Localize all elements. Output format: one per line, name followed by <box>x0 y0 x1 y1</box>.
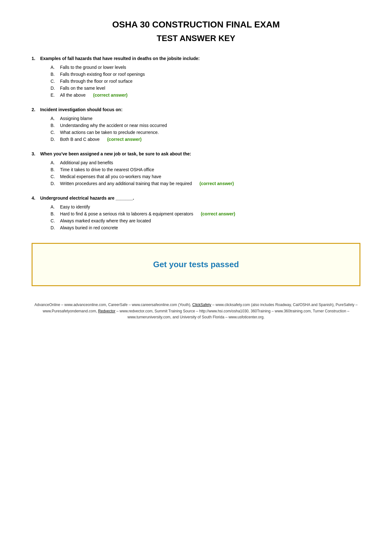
answer-3c-letter: C. <box>51 174 57 179</box>
answer-2d-text: Both B and C above <box>60 137 100 142</box>
answer-1e-correct: (correct answer) <box>93 93 128 98</box>
clicksafety-link[interactable]: ClickSafety <box>192 303 211 307</box>
answer-4c-text: Always marked exactly where they are loc… <box>60 218 151 223</box>
question-3-answers: A. Additional pay and benefits B. Time i… <box>51 160 360 186</box>
answer-1e: E. All the above (correct answer) <box>51 93 360 98</box>
answer-1d-text: Falls on the same level <box>60 86 105 91</box>
answer-2d: D. Both B and C above (correct answer) <box>51 137 360 142</box>
answer-4d-letter: D. <box>51 225 57 230</box>
answer-4d-text: Always buried in red concrete <box>60 225 118 230</box>
answer-1c-letter: C. <box>51 79 57 84</box>
question-1: 1. Examples of fall hazards that have re… <box>32 56 360 98</box>
answer-3a: A. Additional pay and benefits <box>51 160 360 165</box>
question-2-answers: A. Assigning blame B. Understanding why … <box>51 116 360 142</box>
question-1-label: Examples of fall hazards that have resul… <box>40 56 200 61</box>
answer-2b-text: Understanding why the accident or near m… <box>60 123 167 128</box>
answer-3c: C. Medical expenses that all you co-work… <box>51 174 360 179</box>
answer-3a-text: Additional pay and benefits <box>60 160 113 165</box>
question-1-text: 1. Examples of fall hazards that have re… <box>32 56 360 61</box>
question-2: 2. Incident investigation should focus o… <box>32 107 360 142</box>
answer-3d-correct: (correct answer) <box>200 181 234 186</box>
answer-2d-correct: (correct answer) <box>107 137 142 142</box>
answer-1c: C. Falls through the floor or roof surfa… <box>51 79 360 84</box>
answer-1b: B. Falls through existing floor or roof … <box>51 72 360 77</box>
answer-2c: C. What actions can be taken to preclude… <box>51 130 360 135</box>
answer-3d-letter: D. <box>51 181 57 186</box>
question-4-answers: A. Easy to identify B. Hard to find & po… <box>51 204 360 230</box>
answer-2c-letter: C. <box>51 130 57 135</box>
promo-box: Get your tests passed <box>32 243 360 286</box>
answer-1b-letter: B. <box>51 72 57 77</box>
answer-2c-text: What actions can be taken to preclude re… <box>60 130 159 135</box>
answer-2a: A. Assigning blame <box>51 116 360 121</box>
answer-1e-text: All the above <box>60 93 86 98</box>
footer-text: AdvanceOnline – www.advanceonline.com, C… <box>32 302 360 320</box>
question-2-text: 2. Incident investigation should focus o… <box>32 107 360 112</box>
question-4-number: 4. <box>32 196 39 201</box>
answer-1b-text: Falls through existing floor or roof ope… <box>60 72 145 77</box>
answer-2a-text: Assigning blame <box>60 116 93 121</box>
answer-4b: B. Hard to find & pose a serious risk to… <box>51 211 360 216</box>
question-2-number: 2. <box>32 107 39 112</box>
answer-2b: B. Understanding why the accident or nea… <box>51 123 360 128</box>
question-1-answers: A. Falls to the ground or lower levels B… <box>51 65 360 98</box>
promo-text: Get your tests passed <box>45 260 347 269</box>
question-1-number: 1. <box>32 56 39 61</box>
question-4: 4. Underground electrical hazards are __… <box>32 196 360 230</box>
answer-1a-letter: A. <box>51 65 57 70</box>
question-3-label: When you've been assigned a new job or t… <box>40 151 191 156</box>
answer-1c-text: Falls through the floor or roof surface <box>60 79 133 84</box>
answer-4c: C. Always marked exactly where they are … <box>51 218 360 223</box>
question-3-text: 3. When you've been assigned a new job o… <box>32 151 360 156</box>
answer-2b-letter: B. <box>51 123 57 128</box>
answer-1d: D. Falls on the same level <box>51 86 360 91</box>
answer-3b-text: Time it takes to drive to the nearest OS… <box>60 167 154 172</box>
questions-section: 1. Examples of fall hazards that have re… <box>32 56 360 230</box>
footer-section: AdvanceOnline – www.advanceonline.com, C… <box>32 302 360 320</box>
answer-3b: B. Time it takes to drive to the nearest… <box>51 167 360 172</box>
answer-4a: A. Easy to identify <box>51 204 360 209</box>
page-header: OSHA 30 CONSTRUCTION FINAL EXAM TEST ANS… <box>32 19 360 43</box>
answer-4b-letter: B. <box>51 211 57 216</box>
answer-4a-text: Easy to identify <box>60 204 90 209</box>
answer-1a-text: Falls to the ground or lower levels <box>60 65 126 70</box>
answer-1a: A. Falls to the ground or lower levels <box>51 65 360 70</box>
question-3: 3. When you've been assigned a new job o… <box>32 151 360 186</box>
answer-3d-text: Written procedures and any additional tr… <box>60 181 192 186</box>
question-4-text: 4. Underground electrical hazards are __… <box>32 196 360 201</box>
question-2-label: Incident investigation should focus on: <box>40 107 123 112</box>
answer-1e-letter: E. <box>51 93 57 98</box>
answer-1d-letter: D. <box>51 86 57 91</box>
redvector-link[interactable]: Redvector <box>98 309 116 313</box>
answer-4a-letter: A. <box>51 204 57 209</box>
question-4-label: Underground electrical hazards are _____… <box>40 196 134 201</box>
answer-4d: D. Always buried in red concrete <box>51 225 360 230</box>
answer-4b-correct: (correct answer) <box>201 211 235 216</box>
sub-title: TEST ANSWER KEY <box>32 33 360 43</box>
answer-3b-letter: B. <box>51 167 57 172</box>
answer-2d-letter: D. <box>51 137 57 142</box>
answer-3a-letter: A. <box>51 160 57 165</box>
question-3-number: 3. <box>32 151 39 156</box>
answer-4b-text: Hard to find & pose a serious risk to la… <box>60 211 193 216</box>
main-title: OSHA 30 CONSTRUCTION FINAL EXAM <box>32 19 360 30</box>
answer-2a-letter: A. <box>51 116 57 121</box>
answer-3c-text: Medical expenses that all you co-workers… <box>60 174 161 179</box>
answer-4c-letter: C. <box>51 218 57 223</box>
answer-3d: D. Written procedures and any additional… <box>51 181 360 186</box>
